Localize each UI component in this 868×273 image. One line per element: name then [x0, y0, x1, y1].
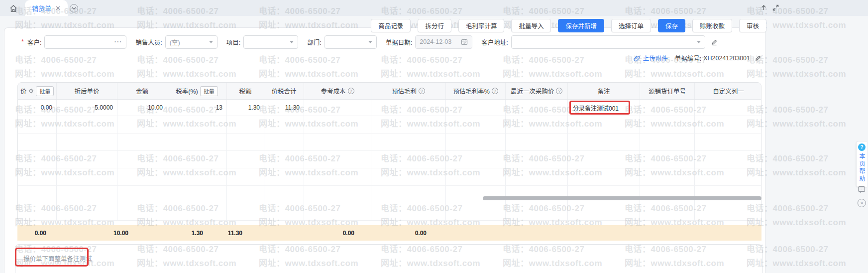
column-label: 源销货订单号 — [649, 86, 686, 96]
customer-field: * 客户: ··· — [21, 35, 126, 49]
table-row-empty[interactable] — [18, 151, 761, 168]
department-label: 部门: — [307, 37, 321, 47]
column-label: 税率(%) — [176, 86, 198, 96]
column-header-remark: 备注 — [568, 83, 640, 99]
batch-set-tax-rate-button[interactable]: 批量 — [200, 86, 218, 96]
project-field: 项目: — [226, 35, 298, 49]
cell-total-with-tax[interactable]: 11.30 — [264, 100, 304, 116]
column-header-discounted-price: 折后单价 — [57, 83, 117, 99]
cell-reference-cost[interactable] — [304, 100, 371, 116]
total-estimated-profit: 0.00 — [375, 225, 427, 241]
total-with-tax: 11.30 — [192, 225, 242, 241]
help-icon[interactable]: ? — [348, 88, 354, 94]
total-qty: 0.00 — [17, 225, 46, 241]
bill-date-label: 单据日期: — [386, 37, 412, 47]
help-icon[interactable]: ? — [492, 88, 498, 94]
bill-date-input[interactable]: 2024-12-03 — [415, 35, 472, 49]
column-header-reference-cost: 参考成本? — [304, 83, 371, 99]
tab-list-chevron-button[interactable] — [70, 4, 78, 12]
credit-collection-button[interactable]: 赊账收款 — [692, 19, 732, 32]
batch-set-price-button[interactable]: 批量 — [36, 86, 54, 96]
help-icon[interactable]: ? — [556, 88, 562, 94]
calendar-icon[interactable] — [461, 38, 468, 45]
home-button[interactable] — [8, 3, 19, 14]
grid-header-row: 价 批量 折后单价 金额 税率(%) 批量 税额 价税合计 参考成本? 预估毛利… — [18, 83, 761, 100]
department-select[interactable] — [325, 35, 377, 49]
department-field: 部门: — [307, 35, 376, 49]
cell-discounted-price[interactable]: 5.0000 — [57, 100, 117, 116]
customer-address-select[interactable] — [511, 35, 705, 49]
column-label: 价税合计 — [271, 86, 296, 96]
audit-button[interactable]: 审核 — [739, 19, 766, 32]
project-select[interactable] — [243, 35, 298, 49]
select-order-button[interactable]: 选择订单 — [611, 19, 651, 32]
cell-estimated-profit-rate[interactable] — [446, 100, 506, 116]
bill-date-field: 单据日期: 2024-12-03 — [386, 35, 472, 49]
upload-attachment-link[interactable]: 上传附件 — [634, 53, 668, 63]
customer-label: 客户: — [27, 37, 41, 47]
column-header-total-with-tax: 价税合计 — [264, 83, 304, 99]
help-icon[interactable]: ? — [419, 88, 425, 94]
cell-estimated-profit[interactable] — [371, 100, 446, 116]
table-row-empty[interactable] — [18, 168, 761, 186]
salesperson-value: (空) — [170, 37, 180, 47]
expand-icon[interactable] — [771, 3, 779, 11]
total-reference-cost: 0.00 — [302, 225, 354, 241]
cell-price[interactable]: 0.00 — [18, 100, 57, 116]
page-help-button[interactable]: ? 本页帮助 — [856, 141, 867, 187]
batch-import-button[interactable]: 批量导入 — [511, 19, 551, 32]
action-toolbar: 商品记录 拆分行 毛利率计算 批量导入 保存并新增 选择订单 保存 赊账收款 审… — [371, 19, 766, 32]
product-record-button[interactable]: 商品记录 — [371, 19, 411, 32]
caret-down-icon — [209, 41, 213, 43]
column-header-estimated-profit: 预估毛利? — [371, 83, 446, 99]
collapse-panel-button[interactable]: » — [858, 199, 866, 207]
column-label: 价 — [20, 86, 27, 96]
cell-source-order-no[interactable] — [640, 100, 695, 116]
bill-number-label: 单据编号: — [675, 53, 701, 63]
cell-tax-rate[interactable]: 13 — [167, 100, 227, 116]
tab-close-icon[interactable]: ✕ — [55, 5, 61, 11]
column-header-tax: 税额 — [227, 83, 264, 99]
grid-body: 0.00 5.0000 10.00 13 1.30 11.30 分录备注测试00… — [18, 100, 761, 221]
gear-icon[interactable] — [28, 88, 34, 94]
column-label: 税额 — [239, 86, 251, 96]
required-asterisk: * — [21, 38, 24, 45]
column-header-tax-rate: 税率(%) 批量 — [167, 83, 227, 99]
cell-last-purchase-price[interactable] — [506, 100, 568, 116]
salesperson-select[interactable]: (空) — [165, 35, 217, 49]
home-icon — [9, 4, 18, 13]
page-help-label: 本页帮助 — [858, 153, 866, 183]
edit-address-button[interactable] — [711, 39, 718, 45]
cell-remark[interactable]: 分录备注测试001 — [568, 100, 640, 116]
column-header-custom-col-1: 自定义列一 — [695, 83, 761, 99]
column-label: 预估毛利 — [392, 86, 417, 96]
header-form: * 客户: ··· 销售人员: (空) 项目: 部门: — [21, 35, 718, 49]
edit-bill-number-button[interactable] — [755, 55, 761, 61]
cell-tax[interactable]: 1.30 — [227, 100, 264, 116]
bill-date-value: 2024-12-03 — [420, 38, 451, 45]
customer-address-label: 客户地址: — [481, 37, 508, 47]
column-label: 自定义列一 — [713, 86, 744, 96]
arrow-up-icon[interactable] — [760, 3, 767, 11]
cell-custom-col-1[interactable] — [695, 100, 761, 116]
tab-label: 销货单 — [32, 3, 51, 13]
customer-input[interactable]: ··· — [44, 35, 126, 49]
column-header-last-purchase-price: 最近一次采购价? — [506, 83, 568, 99]
table-row[interactable]: 0.00 5.0000 10.00 13 1.30 11.30 分录备注测试00… — [18, 100, 761, 116]
cell-amount[interactable]: 10.00 — [117, 100, 167, 116]
horizontal-scrollbar-thumb[interactable] — [483, 196, 761, 200]
table-row-empty[interactable] — [18, 186, 761, 203]
save-and-new-button[interactable]: 保存并新增 — [558, 19, 604, 32]
bill-number: 单据编号: XH20241203001 — [675, 53, 761, 63]
table-row-empty[interactable] — [18, 134, 761, 151]
table-row-empty[interactable] — [18, 116, 761, 134]
column-header-amount: 金额 — [117, 83, 167, 99]
split-row-button[interactable]: 拆分行 — [418, 19, 451, 32]
customer-picker-trigger[interactable]: ··· — [114, 38, 122, 45]
feedback-message-button[interactable] — [857, 185, 866, 194]
gross-margin-calc-button[interactable]: 毛利率计算 — [458, 19, 505, 32]
order-remark-textarea[interactable]: 报价单下面整单备注测试 — [15, 244, 762, 273]
table-row-empty[interactable] — [18, 203, 761, 221]
tab-sales-order[interactable]: 销货单 ✕ — [25, 0, 68, 16]
save-button[interactable]: 保存 — [658, 19, 685, 32]
